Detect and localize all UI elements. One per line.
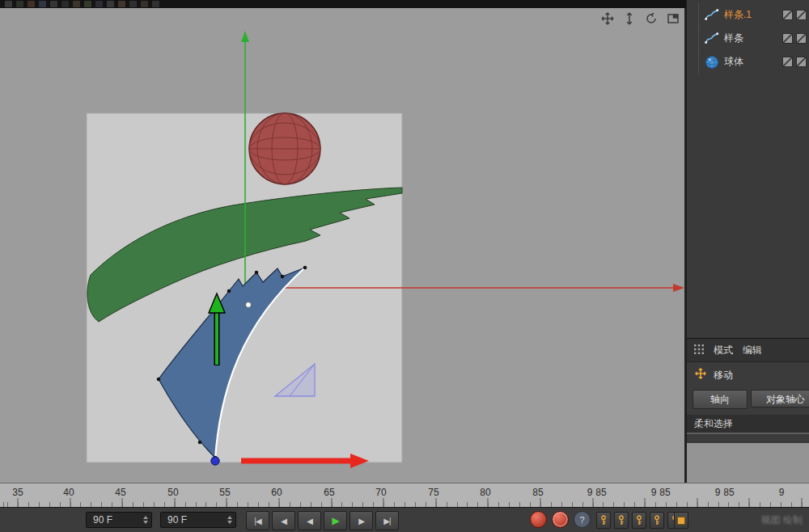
toolbar-icon[interactable] [107, 1, 114, 7]
main-toolbar [0, 0, 686, 8]
editor-visibility-toggle[interactable] [782, 10, 793, 20]
record-controls: ? [530, 511, 591, 528]
toolbar-icon[interactable] [39, 1, 46, 7]
toolbar-icon[interactable] [129, 1, 137, 7]
viewport-3d[interactable] [0, 8, 686, 483]
toolbar-icon[interactable] [5, 1, 12, 7]
soft-selection-section[interactable]: 柔和选择 [687, 415, 809, 434]
frame-start-field[interactable]: 90 F [86, 512, 152, 528]
toolbar-icon[interactable] [141, 1, 148, 7]
frame-tick-label: 60 [271, 487, 282, 498]
sphere-object[interactable] [249, 113, 320, 184]
toolbar-icon[interactable] [118, 1, 125, 7]
play-button[interactable]: ▶ [324, 511, 347, 530]
tab-mode[interactable]: 模式 [714, 344, 733, 357]
frame-tick-label: 85 [659, 487, 670, 498]
object-toggles [779, 10, 807, 20]
toolbar-icon[interactable] [73, 1, 80, 7]
frame-tick-label: 50 [167, 487, 178, 498]
playback-controls: |◀ ◀ ◀ ▶ ▶ ▶| [246, 511, 399, 530]
object-toggles [779, 33, 807, 44]
autokey-button[interactable] [552, 511, 569, 528]
editor-visibility-toggle[interactable] [782, 57, 793, 67]
key-toggle[interactable] [596, 512, 611, 529]
active-tool-label: 移动 [714, 369, 733, 382]
cinema4d-window: 样条.1 样条 [0, 0, 809, 532]
frame-tick-label: 45 [115, 487, 125, 498]
frame-tick-label: 9 [779, 487, 785, 498]
keyframe-toggles [596, 512, 682, 529]
toolbar-icon[interactable] [50, 1, 57, 7]
rotate-view-icon[interactable] [643, 11, 659, 27]
timeline-ruler[interactable]: 35 40 45 50 55 60 65 70 75 80 85 9 85 9 … [0, 483, 809, 507]
toolbar-icon[interactable] [61, 1, 69, 7]
frame-tick-label: 65 [324, 487, 334, 498]
object-label[interactable]: 球体 [724, 55, 779, 69]
frame-tick-label: 75 [428, 487, 438, 498]
render-visibility-toggle[interactable] [796, 33, 807, 44]
next-frame-button[interactable]: ▶ [349, 511, 373, 530]
goto-end-button[interactable]: ▶| [375, 511, 399, 530]
selected-control-point[interactable] [246, 302, 252, 308]
object-axis-button[interactable]: 对象轴心 [751, 390, 809, 407]
playback-help-button[interactable]: ? [574, 511, 591, 528]
render-visibility-toggle[interactable] [796, 57, 807, 67]
attributes-header: 模式 编辑 [687, 339, 809, 362]
attributes-panel: 模式 编辑 移动 轴向 对象轴心 柔和选择 [686, 338, 809, 443]
toolbar-icon[interactable] [16, 1, 23, 7]
object-item-sphere[interactable]: 球体 [687, 50, 809, 74]
frame-end-field[interactable]: 90 F [160, 512, 236, 528]
prev-frame-button[interactable]: ◀ [298, 511, 321, 530]
prev-key-button[interactable]: ◀ [272, 511, 295, 530]
frame-tick-label: 70 [375, 487, 386, 498]
frame-start-value: 90 F [93, 514, 112, 526]
spline-icon [705, 8, 719, 23]
y-axis-arrow [241, 31, 249, 42]
tool-option-tabs: 轴向 对象轴心 [687, 388, 809, 411]
object-item-spline[interactable]: 样条 [687, 27, 809, 50]
z-axis-handle[interactable] [211, 457, 219, 465]
x-axis-arrow [673, 284, 684, 292]
frame-tick-label: 35 [12, 487, 23, 498]
object-label[interactable]: 样条 [724, 32, 779, 45]
watermark-text: 视图 绘制 [761, 513, 803, 527]
attributes-empty-area [686, 443, 809, 483]
goto-start-button[interactable]: |◀ [246, 511, 269, 530]
object-toggles [779, 57, 807, 67]
sphere-icon [705, 55, 719, 70]
pan-view-icon[interactable] [599, 11, 616, 27]
frame-tick-label: 40 [63, 487, 74, 498]
record-toggle-button[interactable] [674, 512, 688, 529]
viewport-nav-controls [599, 11, 681, 27]
frame-tick-label: 85 [595, 487, 606, 498]
object-item-spline1[interactable]: 样条.1 [687, 3, 809, 27]
frame-tick-label: 9 [715, 487, 721, 498]
editor-visibility-toggle[interactable] [782, 33, 793, 44]
scene-graphics [0, 8, 686, 483]
spline-icon [705, 32, 719, 46]
object-manager-panel: 样条.1 样条 [686, 0, 809, 338]
frame-tick-label: 80 [480, 487, 490, 498]
frame-tick-label: 9 [587, 487, 593, 498]
tab-edit[interactable]: 编辑 [743, 344, 762, 357]
toolbar-icon[interactable] [84, 1, 91, 7]
stepper-arrows[interactable] [138, 516, 148, 524]
key-toggle[interactable] [632, 512, 646, 529]
axis-button[interactable]: 轴向 [693, 390, 748, 409]
object-label[interactable]: 样条.1 [724, 8, 779, 22]
frame-tick-label: 55 [219, 487, 230, 498]
record-button[interactable] [530, 511, 547, 528]
toolbar-icon[interactable] [28, 1, 35, 7]
frame-tick-label: 85 [723, 487, 734, 498]
grid-icon[interactable] [694, 343, 704, 357]
render-visibility-toggle[interactable] [796, 10, 807, 20]
stepper-arrows[interactable] [222, 516, 232, 524]
key-toggle[interactable] [614, 512, 629, 529]
toggle-layout-icon[interactable] [665, 11, 681, 27]
key-toggle[interactable] [650, 512, 664, 529]
dolly-view-icon[interactable] [621, 11, 637, 27]
toolbar-icon[interactable] [152, 1, 159, 7]
toolbar-icon[interactable] [95, 1, 103, 7]
frame-end-value: 90 F [167, 514, 187, 526]
active-tool-row: 移动 [687, 362, 809, 388]
